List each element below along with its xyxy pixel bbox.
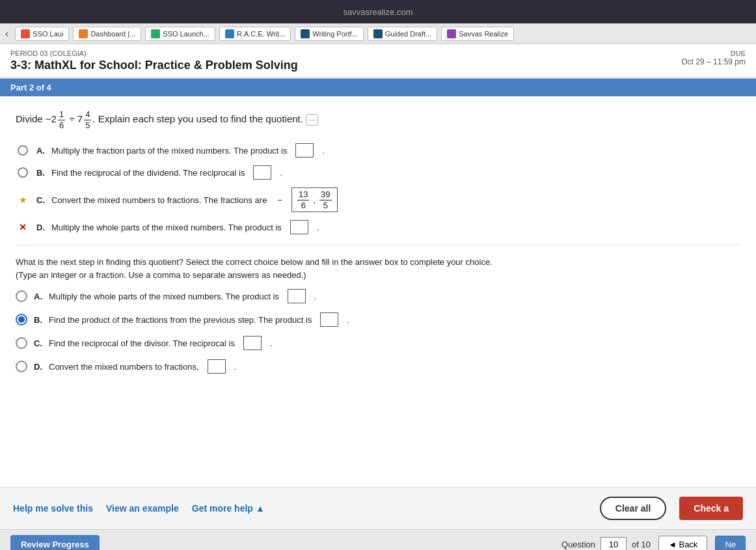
part-text: Part 2 of 4 <box>10 83 51 92</box>
nav-tabs: ‹ SSO Laui Dashboard |... SSO Launch... … <box>0 23 756 44</box>
radio-b[interactable] <box>18 167 28 178</box>
first-options-section: A. Multiply the fraction parts of the mi… <box>16 143 740 234</box>
get-more-help-btn[interactable]: Get more help ▲ <box>192 503 265 514</box>
tab-savvas-realize[interactable]: Savvas Realize <box>441 27 514 41</box>
review-progress-button[interactable]: Review Progress <box>10 535 100 550</box>
frac-c-comma: , <box>313 195 316 205</box>
option-d-letter: D. <box>36 223 45 232</box>
view-example-link[interactable]: View an example <box>106 503 179 514</box>
tab-label-1: SSO Laui <box>33 30 63 38</box>
frac1-den: 6 <box>58 120 65 131</box>
radio-b-text: Find the product of the fractions from t… <box>49 315 312 325</box>
option-c-minus: − <box>277 195 282 205</box>
back-btn[interactable]: ‹ <box>5 28 8 40</box>
option-b-box[interactable] <box>253 165 271 180</box>
radio-btn-b[interactable] <box>16 314 27 325</box>
main-content: Divide −216 ÷ 745. Explain each step you… <box>0 96 756 487</box>
radio-d-text: Convert the mixed numbers to fractions, <box>49 362 199 372</box>
radio-d-box[interactable] <box>208 359 226 374</box>
tab-label-5: Writing Portf... <box>312 30 357 38</box>
option-c-text: Convert the mixed numbers to fractions. … <box>51 195 267 205</box>
radio-d-period: . <box>234 362 237 372</box>
option-a-period: . <box>322 146 325 156</box>
frac1-num: 1 <box>58 109 65 120</box>
option-c-letter: C. <box>36 195 45 205</box>
due-label: DUE <box>681 49 746 57</box>
tab-guided-draft[interactable]: Guided Draft... <box>368 27 438 41</box>
tab-writing-portf[interactable]: Writing Portf... <box>295 27 363 41</box>
due-section: DUE Oct 29 – 11:59 pm <box>681 49 746 66</box>
check-answer-button[interactable]: Check a <box>679 497 743 520</box>
option-b-letter: B. <box>36 168 45 178</box>
frac-c1-den: 6 <box>300 200 307 211</box>
tab-label-6: Guided Draft... <box>385 30 432 38</box>
tab-sso-launch[interactable]: SSO Launch... <box>145 27 215 41</box>
radio-c-text: Find the reciprocal of the divisor. The … <box>49 338 235 348</box>
help-me-solve-link[interactable]: Help me solve this <box>13 503 93 514</box>
tab-icon-darkblue1 <box>301 29 310 38</box>
clear-all-button[interactable]: Clear all <box>600 497 666 520</box>
option-c-row: ★ C. Convert the mixed numbers to fracti… <box>16 187 740 212</box>
tab-dashboard[interactable]: Dashboard |... <box>73 27 141 41</box>
q2-line1: What is the next step in finding this qu… <box>16 256 740 269</box>
option-b-row: B. Find the reciprocal of the dividend. … <box>16 165 740 180</box>
period-label: PERIOD 03 (COLEGIA) <box>10 49 298 57</box>
mixed-number-1: 16 <box>57 109 66 130</box>
radio-a[interactable] <box>18 145 28 156</box>
page-title: 3-3: MathXL for School: Practice & Probl… <box>10 59 298 72</box>
question2-prompt: What is the next step in finding this qu… <box>16 256 740 281</box>
radio-btn-d[interactable] <box>16 361 27 372</box>
option-d-row: ✕ D. Multiply the whole parts of the mix… <box>16 220 740 234</box>
question-prompt: Divide −216 ÷ 745. Explain each step you… <box>16 109 740 130</box>
prompt-div-sign: ÷ 7 <box>69 113 83 124</box>
radio-option-a: A. Multiply the whole parts of the mixed… <box>16 289 740 303</box>
radio-option-c: C. Find the reciprocal of the divisor. T… <box>16 336 740 350</box>
radio-b-box[interactable] <box>320 312 338 327</box>
frac2-num: 4 <box>84 109 91 120</box>
browser-bar: savvasrealize.com <box>0 0 756 23</box>
tab-label-3: SSO Launch... <box>163 30 209 38</box>
section-divider <box>16 245 740 245</box>
prompt-rest: . Explain each step you used to find the… <box>92 113 303 124</box>
mixed-number-2: 45 <box>83 109 92 130</box>
option-a-row: A. Multiply the fraction parts of the mi… <box>16 143 740 158</box>
radio-b-period: . <box>347 315 349 325</box>
tab-race[interactable]: R.A.C.E. Writ... <box>219 27 291 41</box>
option-b-icon <box>16 165 30 180</box>
next-button[interactable]: Ne <box>715 536 746 550</box>
bottom-toolbar: Help me solve this View an example Get m… <box>0 487 756 529</box>
page-header: PERIOD 03 (COLEGIA) 3-3: MathXL for Scho… <box>0 44 756 79</box>
due-date: Oct 29 – 11:59 pm <box>681 57 746 66</box>
question-nav: Question of 10 <box>561 537 651 550</box>
radio-option-b: B. Find the product of the fractions fro… <box>16 312 740 327</box>
radio-btn-c[interactable] <box>16 337 27 349</box>
prompt-divide: Divide <box>16 113 43 124</box>
radio-a-box[interactable] <box>288 289 306 303</box>
option-c-star-icon: ★ <box>16 193 30 207</box>
expand-button[interactable]: ··· <box>306 114 318 126</box>
option-a-letter: A. <box>36 146 45 156</box>
option-d-box[interactable] <box>290 220 308 234</box>
option-d-period: . <box>317 223 319 232</box>
radio-c-period: . <box>270 338 273 348</box>
radio-a-letter: A. <box>34 292 42 301</box>
tab-sso-laui[interactable]: SSO Laui <box>15 27 69 41</box>
part-indicator: Part 2 of 4 <box>0 79 756 96</box>
option-d-text: Multiply the whole parts of the mixed nu… <box>51 223 282 232</box>
back-button[interactable]: ◄ Back <box>658 536 707 550</box>
option-b-period: . <box>280 168 282 178</box>
radio-btn-a[interactable] <box>16 290 27 302</box>
footer-left: Review Progress <box>10 535 100 550</box>
radio-d-letter: D. <box>34 362 42 372</box>
get-more-help-label: Get more help <box>192 503 253 514</box>
tab-icon-orange <box>79 29 88 38</box>
more-help-arrow-icon: ▲ <box>256 503 265 514</box>
frac-c2-num: 39 <box>319 189 331 200</box>
radio-a-text: Multiply the whole parts of the mixed nu… <box>49 292 279 301</box>
radio-c-box[interactable] <box>243 336 262 350</box>
tab-label-7: Savvas Realize <box>459 30 508 38</box>
tab-icon-purple <box>447 29 456 38</box>
tab-icon-green <box>151 29 160 38</box>
question-number-input[interactable] <box>601 537 627 550</box>
option-a-box[interactable] <box>295 143 314 158</box>
